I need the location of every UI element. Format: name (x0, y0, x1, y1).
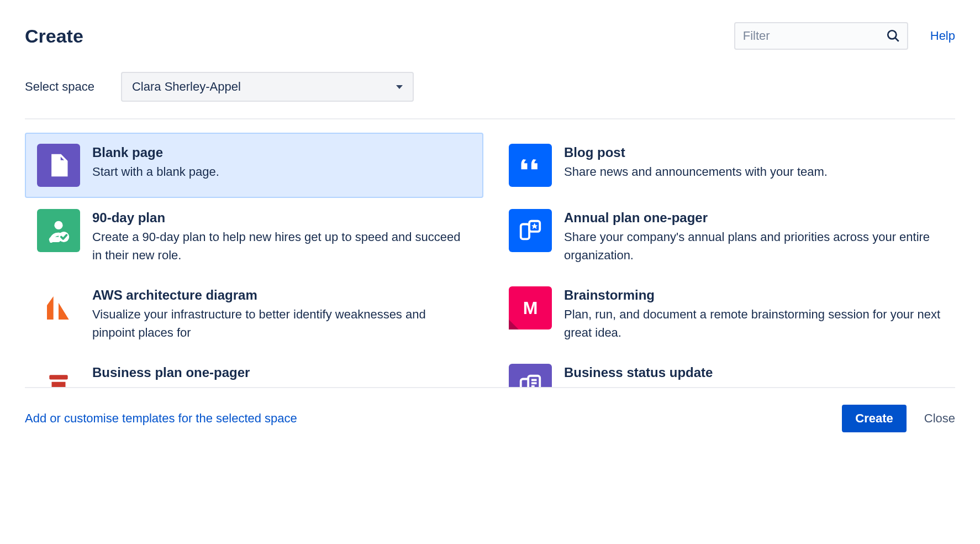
template-title: 90-day plan (92, 210, 471, 226)
template-blog-post[interactable]: Blog post Share news and announcements w… (497, 133, 955, 198)
template-business-plan[interactable]: Business plan one-pager Set your company… (25, 353, 483, 387)
template-aws-diagram[interactable]: AWS architecture diagram Visualize your … (25, 275, 483, 353)
template-business-status[interactable]: Business status update Provide regular u… (497, 353, 955, 387)
filter-input[interactable] (734, 22, 908, 50)
template-text: Annual plan one-pager Share your company… (564, 209, 943, 264)
footer-buttons: Create Close (842, 405, 955, 432)
select-space-row: Select space Clara Sherley-Appel (25, 72, 955, 119)
template-blank-page[interactable]: Blank page Start with a blank page. (25, 133, 483, 198)
quote-icon (509, 144, 552, 187)
customise-templates-link[interactable]: Add or customise templates for the selec… (25, 411, 297, 426)
page-icon (37, 144, 80, 187)
dialog-header: Create Help (25, 22, 955, 50)
bookmark-icon (37, 364, 80, 387)
svg-rect-5 (521, 224, 529, 239)
template-title: Business status update (564, 365, 943, 380)
templates-grid: Blank page Start with a blank page. Blog… (25, 133, 955, 387)
star-box-icon (509, 209, 552, 252)
svg-rect-9 (528, 376, 540, 387)
template-desc: Create a 90-day plan to help new hires g… (92, 228, 471, 264)
template-desc: Share news and announcements with your t… (564, 163, 943, 181)
space-select[interactable]: Clara Sherley-Appel (121, 72, 414, 102)
doc-icon (509, 364, 552, 387)
chevron-down-icon (396, 85, 403, 89)
template-title: Business plan one-pager (92, 365, 471, 380)
template-desc: Visualize your infrastructure to better … (92, 305, 471, 342)
m-icon: M (509, 286, 552, 329)
template-text: Brainstorming Plan, run, and document a … (564, 286, 943, 342)
template-text: AWS architecture diagram Visualize your … (92, 286, 471, 342)
template-desc: Set your company's medium- and long-term (92, 383, 471, 387)
template-title: Brainstorming (564, 287, 943, 303)
template-text: Business plan one-pager Set your company… (92, 364, 471, 387)
filter-wrap (734, 22, 908, 50)
create-button[interactable]: Create (842, 405, 906, 432)
space-select-value: Clara Sherley-Appel (132, 80, 396, 94)
template-title: Annual plan one-pager (564, 210, 943, 226)
template-title: Blog post (564, 145, 943, 160)
select-space-label: Select space (25, 80, 94, 94)
dialog-footer: Add or customise templates for the selec… (25, 387, 955, 432)
close-button[interactable]: Close (924, 411, 955, 426)
template-desc: Provide regular updates to leadership an… (564, 383, 943, 387)
template-text: Blog post Share news and announcements w… (564, 144, 943, 181)
template-90-day-plan[interactable]: 90-day plan Create a 90-day plan to help… (25, 198, 483, 275)
template-brainstorming[interactable]: M Brainstorming Plan, run, and document … (497, 275, 955, 353)
template-desc: Start with a blank page. (92, 163, 471, 181)
template-desc: Plan, run, and document a remote brainst… (564, 305, 943, 342)
template-text: 90-day plan Create a 90-day plan to help… (92, 209, 471, 264)
help-link[interactable]: Help (930, 29, 955, 43)
template-text: Blank page Start with a blank page. (92, 144, 471, 181)
dialog-title: Create (25, 25, 83, 47)
template-desc: Share your company's annual plans and pr… (564, 228, 943, 264)
svg-rect-7 (49, 375, 67, 379)
template-title: Blank page (92, 145, 471, 160)
template-annual-plan[interactable]: Annual plan one-pager Share your company… (497, 198, 955, 275)
svg-point-2 (54, 221, 62, 229)
lucid-icon (37, 286, 80, 329)
template-text: Business status update Provide regular u… (564, 364, 943, 387)
header-controls: Help (734, 22, 955, 50)
person-check-icon (37, 209, 80, 252)
template-title: AWS architecture diagram (92, 287, 471, 303)
